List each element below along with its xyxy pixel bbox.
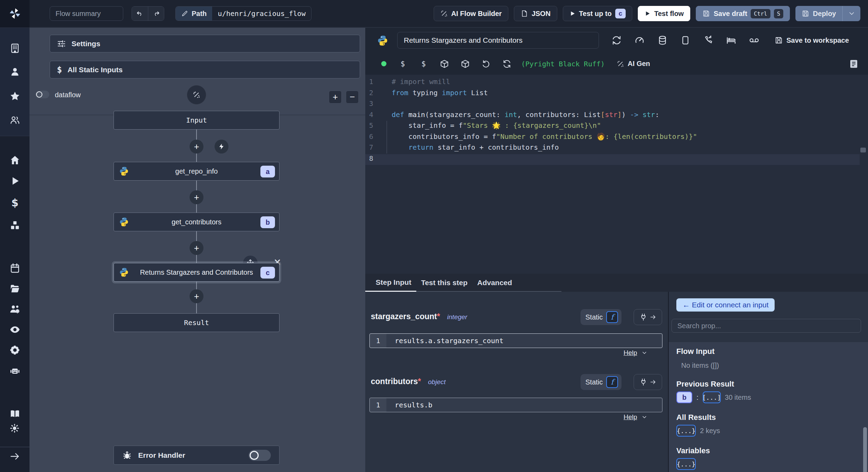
zoom-out-button[interactable]: − <box>346 91 359 103</box>
static-mode-toggle[interactable]: Static f <box>581 309 621 325</box>
flow-summary-input[interactable]: Flow summary <box>50 6 123 21</box>
add-step-button[interactable]: + <box>190 190 203 204</box>
audit-eye-icon[interactable] <box>9 324 20 335</box>
help-link[interactable]: Help <box>624 413 648 421</box>
runs-play-icon[interactable] <box>9 175 20 187</box>
save-draft-button[interactable]: Save draft Ctrl S <box>696 6 790 21</box>
tab-advanced[interactable]: Advanced <box>472 274 517 292</box>
function-mode-icon[interactable]: f <box>606 376 618 388</box>
add-step-button[interactable]: + <box>190 241 203 255</box>
mock-voicemail-icon[interactable] <box>749 35 759 45</box>
flow-node-step-b[interactable]: get_contributors b <box>114 213 279 231</box>
lint-status[interactable]: (Pyright Black Ruff) <box>521 60 605 68</box>
redo-icon <box>152 9 160 18</box>
wand-sparkles-icon <box>192 90 201 99</box>
ai-gen-button[interactable]: AI Gen <box>617 60 650 68</box>
resources-cubes-icon[interactable] <box>9 220 20 231</box>
error-handler-node[interactable]: Error Handler <box>114 446 279 465</box>
expand-sidebar-arrow-icon[interactable] <box>9 451 20 462</box>
cache-database-icon[interactable] <box>657 35 668 45</box>
theme-sun-icon[interactable] <box>9 423 20 434</box>
object-expand-badge[interactable]: {...} <box>676 425 696 437</box>
step-title-input[interactable]: Returns Stargazers and Contributors <box>397 32 599 49</box>
svg-text:$: $ <box>11 198 18 209</box>
settings-gear-icon[interactable] <box>9 345 20 356</box>
field-type: object <box>428 378 446 386</box>
all-static-inputs-button[interactable]: $ All Static Inputs <box>50 61 360 78</box>
concurrency-icon[interactable] <box>680 35 691 45</box>
workspace-icon[interactable] <box>9 43 20 54</box>
flow-node-step-a[interactable]: get_repo_info a <box>114 162 279 181</box>
workers-users-gear-icon[interactable] <box>9 304 20 315</box>
flow-node-input[interactable]: Input <box>114 111 279 130</box>
trigger-lightning-button[interactable] <box>215 140 228 154</box>
add-step-button[interactable]: + <box>190 140 203 154</box>
retries-icon[interactable] <box>611 35 622 45</box>
deploy-more-button[interactable] <box>842 6 860 21</box>
reset-undo-icon[interactable] <box>482 59 491 68</box>
redo-button[interactable] <box>148 7 164 20</box>
search-prop-input[interactable]: Search prop... <box>671 319 861 333</box>
expr-editor-contributors[interactable]: 1 results.b <box>370 398 662 412</box>
package-icon[interactable] <box>440 59 449 68</box>
suspend-phone-icon[interactable] <box>703 35 713 45</box>
function-mode-icon[interactable]: f <box>606 311 618 323</box>
error-handler-toggle[interactable] <box>249 450 271 461</box>
package-icon[interactable] <box>461 59 470 68</box>
reload-refresh-icon[interactable] <box>502 59 511 68</box>
library-book-icon[interactable] <box>849 59 859 69</box>
windmill-logo[interactable] <box>0 0 30 27</box>
test-up-to-button[interactable]: Test up to c <box>563 6 633 21</box>
flow-input-heading: Flow Input <box>676 347 715 356</box>
variables-dollar-icon[interactable]: $ <box>9 198 20 209</box>
edit-or-connect-button[interactable]: ← Edit or connect an input <box>676 298 775 312</box>
early-stop-gauge-icon[interactable] <box>634 35 645 45</box>
resource-dollar-icon[interactable]: $ <box>419 59 428 68</box>
topbar-actions: AI Flow Builder JSON Test up to c Test f… <box>434 6 860 21</box>
json-button[interactable]: JSON <box>514 6 557 21</box>
flow-node-result[interactable]: Result <box>114 313 279 332</box>
topbar: Flow summary Path u/henri/gracious_flow … <box>0 0 868 28</box>
favorites-star-icon[interactable] <box>9 91 20 102</box>
step-b-badge[interactable]: b <box>676 391 692 403</box>
tab-test-this-step[interactable]: Test this step <box>416 274 473 292</box>
groups-icon[interactable] <box>9 115 20 126</box>
docs-book-icon[interactable] <box>9 408 20 419</box>
add-step-button[interactable]: + <box>190 289 203 303</box>
previous-result-row: b : [...] 30 items <box>676 391 751 403</box>
props-scrollbar-thumb[interactable] <box>863 427 867 472</box>
help-link[interactable]: Help <box>624 349 648 357</box>
undo-button[interactable] <box>132 7 148 20</box>
file-json-icon <box>520 10 528 17</box>
deploy-button[interactable]: Deploy <box>795 6 842 21</box>
path-editor[interactable]: Path u/henri/gracious_flow <box>175 6 311 21</box>
ai-builder-wand-button[interactable] <box>187 85 206 105</box>
flow-node-step-c-selected[interactable]: Returns Stargazers and Contributors c <box>114 263 279 282</box>
folders-icon[interactable] <box>9 283 20 294</box>
save-to-workspace-button[interactable]: Save to workspace <box>775 36 849 44</box>
tab-step-input[interactable]: Step Input <box>365 274 416 292</box>
zoom-in-button[interactable]: + <box>329 91 342 103</box>
test-flow-button[interactable]: Test flow <box>638 6 690 21</box>
code-scrollbar-thumb[interactable] <box>860 148 866 152</box>
user-icon[interactable] <box>9 66 20 77</box>
chevron-down-icon <box>641 350 648 356</box>
ai-flow-builder-button[interactable]: AI Flow Builder <box>434 6 509 21</box>
connect-input-button[interactable] <box>634 374 662 390</box>
code-editor[interactable]: 12345678 # import wmillfrom typing impor… <box>365 75 868 274</box>
step-label: Returns Stargazers and Contributors <box>114 268 279 276</box>
dataflow-toggle[interactable] <box>35 91 49 98</box>
schedules-calendar-icon[interactable] <box>9 263 20 274</box>
expr-editor-stargazers[interactable]: 1 results.a.stargazers_count <box>370 334 662 348</box>
home-icon[interactable] <box>9 155 20 166</box>
variable-dollar-icon[interactable]: $ <box>398 59 407 68</box>
ai-robot-icon[interactable] <box>9 365 20 376</box>
static-mode-toggle[interactable]: Static f <box>581 374 621 390</box>
array-expand-badge[interactable]: [...] <box>703 391 721 403</box>
sleep-bed-icon[interactable] <box>726 35 736 45</box>
flow-settings-button[interactable]: Settings <box>50 35 360 52</box>
step-editor-header: Returns Stargazers and Contributors Save… <box>365 28 868 53</box>
object-expand-badge[interactable]: {...} <box>676 458 696 470</box>
key-count: 2 keys <box>700 427 720 435</box>
connect-input-button[interactable] <box>634 309 662 325</box>
